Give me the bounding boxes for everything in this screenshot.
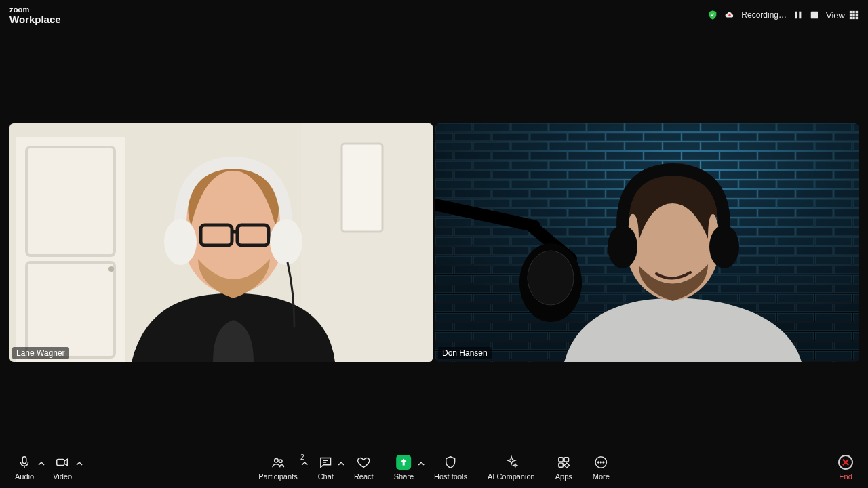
share-label: Share — [394, 472, 414, 481]
participant-name-tag: Lane Wagner — [12, 347, 69, 359]
svg-point-40 — [274, 459, 278, 463]
shield-icon — [443, 455, 458, 470]
svg-rect-7 — [850, 14, 852, 16]
svg-rect-19 — [342, 144, 382, 232]
svg-point-37 — [709, 225, 739, 268]
camera-icon — [55, 455, 70, 470]
end-label: End — [839, 472, 852, 481]
svg-rect-4 — [850, 11, 852, 14]
more-icon — [593, 455, 608, 470]
participant-name-tag: Don Hansen — [438, 347, 492, 359]
svg-rect-38 — [22, 457, 26, 464]
svg-point-17 — [108, 266, 114, 272]
view-menu-button[interactable]: View — [826, 10, 859, 20]
svg-point-47 — [600, 462, 601, 463]
svg-point-46 — [598, 462, 599, 463]
host-tools-label: Host tools — [434, 472, 467, 481]
ai-companion-button[interactable]: AI Companion — [488, 455, 535, 481]
svg-rect-8 — [852, 14, 855, 16]
video-label: Video — [53, 472, 72, 481]
svg-point-48 — [603, 462, 604, 463]
svg-point-24 — [164, 219, 197, 265]
svg-point-34 — [528, 251, 574, 305]
participant-video — [9, 123, 433, 362]
svg-point-25 — [270, 219, 302, 265]
chat-label: Chat — [318, 472, 334, 481]
host-tools-button[interactable]: Host tools — [434, 455, 467, 481]
svg-rect-1 — [795, 12, 797, 19]
svg-rect-14 — [16, 137, 125, 362]
top-right-controls: Recording… View — [707, 9, 859, 20]
svg-point-41 — [279, 460, 281, 462]
people-icon — [271, 455, 285, 470]
top-bar: zoom Workplace Recording… View — [0, 0, 868, 30]
recording-label: Recording… — [741, 10, 787, 20]
brand-workplace: Workplace — [9, 14, 61, 24]
cloud-record-icon — [725, 10, 734, 20]
end-call-icon — [838, 455, 853, 470]
shield-check-icon[interactable] — [707, 9, 718, 20]
svg-rect-11 — [852, 17, 855, 20]
microphone-icon — [17, 455, 32, 470]
end-button[interactable]: End — [838, 455, 853, 481]
audio-label: Audio — [15, 472, 34, 481]
sparkle-icon — [504, 455, 519, 470]
more-label: More — [593, 472, 610, 481]
chat-button[interactable]: Chat — [318, 455, 334, 481]
share-button[interactable]: Share — [394, 455, 414, 481]
stop-recording-button[interactable] — [810, 10, 819, 20]
bottom-toolbar: Audio Video 2 Participants Chat — [0, 450, 868, 488]
participants-button[interactable]: 2 Participants — [258, 455, 297, 481]
react-label: React — [354, 472, 374, 481]
svg-point-36 — [608, 225, 637, 268]
participant-video — [435, 123, 859, 362]
svg-rect-9 — [856, 14, 859, 16]
brand: zoom Workplace — [9, 6, 61, 24]
audio-button[interactable]: Audio — [15, 455, 34, 481]
grid-icon — [849, 10, 859, 20]
share-caret-button[interactable] — [418, 458, 425, 464]
svg-point-0 — [729, 14, 732, 16]
ai-companion-label: AI Companion — [488, 472, 535, 481]
video-tile[interactable]: Don Hansen — [435, 123, 859, 362]
share-screen-icon — [396, 455, 411, 470]
svg-rect-39 — [57, 459, 64, 465]
svg-point-32 — [527, 220, 540, 233]
video-tile[interactable]: Lane Wagner — [9, 123, 433, 362]
apps-icon — [556, 455, 571, 470]
svg-rect-42 — [559, 458, 563, 462]
participants-label: Participants — [258, 472, 297, 481]
participants-caret-button[interactable] — [302, 458, 309, 464]
svg-rect-43 — [564, 458, 568, 462]
svg-rect-44 — [559, 463, 563, 467]
svg-rect-6 — [856, 11, 859, 14]
view-label: View — [826, 10, 845, 20]
svg-rect-5 — [852, 11, 855, 14]
svg-rect-2 — [799, 12, 801, 19]
react-button[interactable]: React — [354, 455, 374, 481]
brand-zoom: zoom — [9, 6, 61, 14]
chat-icon — [318, 455, 333, 470]
video-stage: Lane Wagner — [9, 123, 859, 362]
apps-label: Apps — [555, 472, 572, 481]
video-button[interactable]: Video — [53, 455, 72, 481]
svg-rect-10 — [850, 17, 852, 20]
more-button[interactable]: More — [593, 455, 610, 481]
svg-rect-12 — [856, 17, 859, 20]
chat-caret-button[interactable] — [338, 458, 344, 464]
pause-recording-button[interactable] — [793, 10, 803, 20]
apps-button[interactable]: Apps — [555, 455, 572, 481]
audio-caret-button[interactable] — [38, 458, 45, 464]
svg-rect-3 — [811, 12, 818, 19]
heart-icon — [356, 455, 371, 470]
video-caret-button[interactable] — [76, 458, 83, 464]
